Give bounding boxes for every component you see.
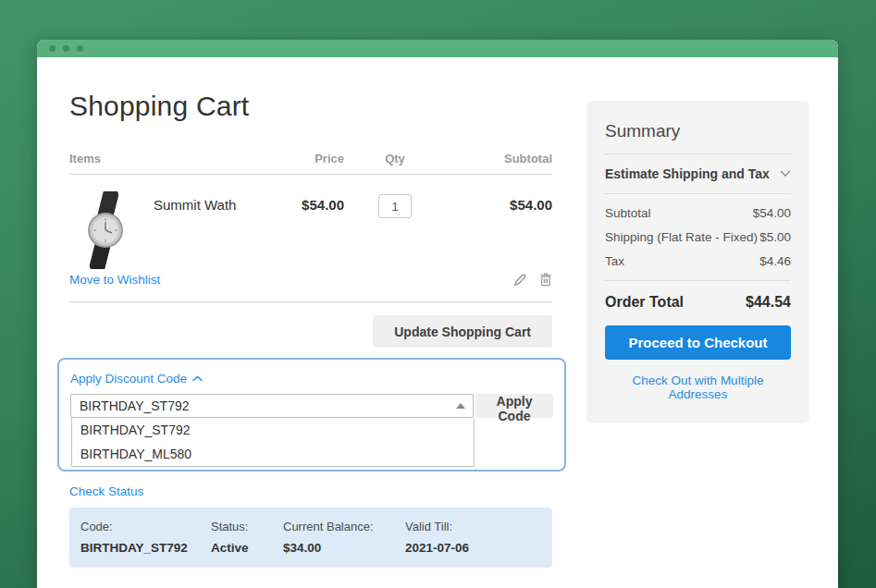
product-image-watch bbox=[81, 191, 131, 269]
update-cart-button[interactable]: Update Shopping Cart bbox=[373, 315, 552, 348]
order-total-row: Order Total $44.54 bbox=[605, 294, 791, 311]
item-action-icons bbox=[513, 273, 552, 287]
estimate-shipping-toggle[interactable]: Estimate Shipping and Tax bbox=[605, 166, 791, 181]
chevron-up-icon bbox=[192, 375, 203, 382]
discount-combobox bbox=[70, 394, 474, 418]
subtotal-value: $54.00 bbox=[753, 206, 791, 220]
shipping-value: $5.00 bbox=[759, 230, 791, 244]
shipping-label: Shipping (Flat Rate - Fixed) bbox=[605, 230, 758, 244]
chevron-down-icon bbox=[780, 170, 791, 178]
browser-window: Shopping Cart Items Price Qty Subtotal bbox=[37, 40, 838, 588]
discount-toggle[interactable]: Apply Discount Code bbox=[70, 372, 203, 386]
valid-till-label: Valid Till: bbox=[405, 520, 541, 534]
item-subtotal: $54.00 bbox=[446, 189, 552, 213]
summary-divider bbox=[605, 280, 791, 281]
item-cell: Summit Wath bbox=[69, 189, 261, 269]
discount-code-input[interactable] bbox=[70, 394, 474, 418]
column-price: Price bbox=[261, 152, 344, 165]
column-subtotal: Subtotal bbox=[446, 152, 552, 165]
column-qty: Qty bbox=[344, 152, 446, 165]
summary-title: Summary bbox=[605, 121, 791, 141]
code-value: BIRTHDAY_ST792 bbox=[80, 541, 211, 556]
delete-trash-icon[interactable] bbox=[539, 273, 552, 287]
order-total-label: Order Total bbox=[605, 294, 684, 311]
tax-value: $4.46 bbox=[759, 254, 791, 268]
column-items: Items bbox=[69, 152, 261, 165]
estimate-shipping-label: Estimate Shipping and Tax bbox=[605, 166, 770, 181]
page-title: Shopping Cart bbox=[69, 91, 249, 122]
qty-input[interactable] bbox=[378, 194, 412, 218]
discount-toggle-label: Apply Discount Code bbox=[70, 372, 187, 386]
header-divider bbox=[69, 174, 552, 175]
window-maximize-dot-icon[interactable] bbox=[77, 45, 83, 52]
order-total-value: $44.54 bbox=[746, 294, 791, 311]
summary-row-tax: Tax $4.46 bbox=[605, 254, 791, 268]
product-name: Summit Wath bbox=[154, 189, 236, 213]
move-to-wishlist-link[interactable]: Move to Wishlist bbox=[69, 273, 160, 287]
coupon-status-panel: Code: Status: Current Balance: Valid Til… bbox=[69, 508, 552, 568]
window-titlebar bbox=[37, 40, 838, 57]
row-divider bbox=[69, 301, 552, 302]
summary-divider bbox=[605, 153, 791, 154]
item-actions-row: Move to Wishlist bbox=[69, 273, 552, 287]
summary-panel: Summary Estimate Shipping and Tax Subtot… bbox=[586, 101, 809, 423]
summary-row-shipping: Shipping (Flat Rate - Fixed) $5.00 bbox=[605, 230, 791, 244]
balance-label: Current Balance: bbox=[283, 520, 405, 534]
summary-row-subtotal: Subtotal $54.00 bbox=[605, 206, 791, 220]
valid-till-value: 2021-07-06 bbox=[405, 541, 541, 556]
item-price: $54.00 bbox=[261, 189, 344, 213]
status-label: Status: bbox=[211, 520, 283, 534]
update-cart-row: Update Shopping Cart bbox=[69, 315, 552, 348]
summary-divider bbox=[605, 193, 791, 194]
subtotal-label: Subtotal bbox=[605, 206, 651, 220]
multiple-addresses-link[interactable]: Check Out with Multiple Addresses bbox=[605, 374, 791, 401]
cart-item-row: Summit Wath $54.00 $54.00 bbox=[69, 189, 552, 269]
code-label: Code: bbox=[80, 520, 211, 534]
combobox-caret-up-icon[interactable] bbox=[456, 403, 465, 409]
cart-table-header: Items Price Qty Subtotal bbox=[69, 152, 552, 165]
window-close-dot-icon[interactable] bbox=[49, 45, 56, 52]
discount-input-row: Apply Code bbox=[70, 394, 553, 418]
dropdown-option[interactable]: BIRTHDAY_ML580 bbox=[72, 442, 474, 466]
window-minimize-dot-icon[interactable] bbox=[63, 45, 69, 52]
dropdown-option[interactable]: BIRTHDAY_ST792 bbox=[72, 418, 474, 442]
status-value: Active bbox=[211, 541, 283, 556]
qty-cell bbox=[344, 189, 446, 218]
discount-code-panel: Apply Discount Code Apply Code BIRTHDAY_… bbox=[57, 358, 566, 472]
apply-code-button[interactable]: Apply Code bbox=[475, 394, 553, 418]
proceed-to-checkout-button[interactable]: Proceed to Checkout bbox=[605, 325, 791, 360]
page-content: Shopping Cart Items Price Qty Subtotal bbox=[37, 57, 838, 588]
tax-label: Tax bbox=[605, 254, 624, 268]
discount-suggestions-dropdown: BIRTHDAY_ST792 BIRTHDAY_ML580 bbox=[71, 418, 475, 467]
check-status-link[interactable]: Check Status bbox=[69, 484, 143, 498]
edit-pencil-icon[interactable] bbox=[513, 273, 527, 287]
balance-value: $34.00 bbox=[283, 541, 405, 556]
